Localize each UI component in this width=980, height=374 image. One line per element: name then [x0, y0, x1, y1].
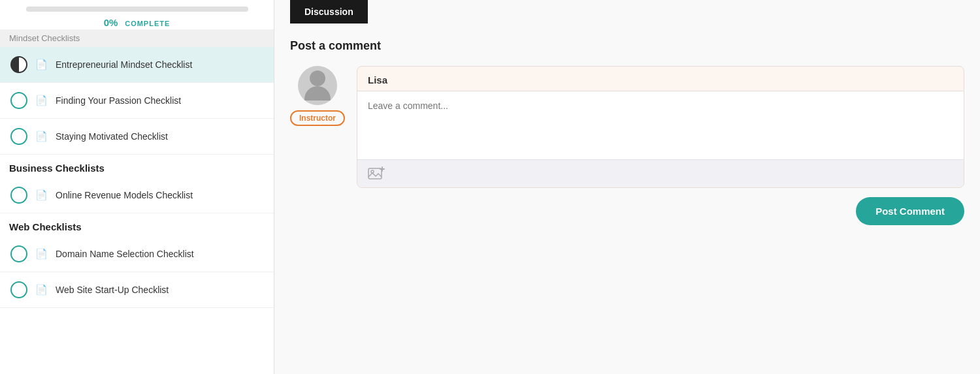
item-label-web-startup: Web Site Start-Up Checklist — [56, 285, 169, 295]
progress-complete-text: COMPLETE — [125, 20, 170, 27]
avatar-body — [304, 86, 331, 101]
avatar-head — [310, 70, 325, 86]
circle-icon-web-startup — [10, 281, 27, 298]
discussion-tab[interactable]: Discussion — [290, 0, 368, 23]
half-circle-icon — [10, 56, 27, 73]
main-content: Discussion Post a comment Instructor Lis… — [274, 0, 980, 374]
avatar — [298, 66, 337, 105]
item-label-entrepreneurial: Entrepreneurial Mindset Checklist — [56, 59, 192, 70]
post-comment-btn-container: Post Comment — [290, 197, 964, 225]
item-label-online-revenue: Online Revenue Models Checklist — [56, 190, 193, 200]
checklist-item-entrepreneurial[interactable]: 📄 Entrepreneurial Mindset Checklist — [0, 47, 274, 83]
checklist-item-web-startup[interactable]: 📄 Web Site Start-Up Checklist — [0, 272, 274, 308]
doc-icon: 📄 — [35, 59, 48, 70]
section-title-web: Web Checklists — [0, 213, 274, 236]
checklist-item-staying-motivated[interactable]: 📄 Staying Motivated Checklist — [0, 119, 274, 155]
checklist-item-domain-name[interactable]: 📄 Domain Name Selection Checklist — [0, 236, 274, 272]
comment-textarea[interactable] — [357, 91, 964, 157]
item-label-finding-passion: Finding Your Passion Checklist — [56, 95, 181, 106]
doc-icon-5: 📄 — [35, 248, 48, 260]
post-comment-button[interactable]: Post Comment — [856, 197, 964, 225]
post-comment-title: Post a comment — [290, 39, 964, 53]
instructor-badge: Instructor — [290, 110, 345, 126]
section-title-business: Business Checklists — [0, 155, 274, 178]
circle-icon-finding-passion — [10, 92, 27, 109]
comment-username: Lisa — [357, 67, 964, 91]
item-label-domain-name: Domain Name Selection Checklist — [56, 249, 194, 259]
circle-icon-domain-name — [10, 245, 27, 262]
comment-toolbar — [357, 159, 964, 187]
user-avatar-info: Instructor — [290, 66, 345, 126]
section-header-mindset: Mindset Checklists — [0, 29, 274, 47]
doc-icon-4: 📄 — [35, 189, 48, 201]
progress-label: 0% COMPLETE — [0, 14, 274, 29]
item-label-staying-motivated: Staying Motivated Checklist — [56, 131, 168, 142]
comment-textarea-wrapper — [357, 91, 964, 159]
doc-icon-2: 📄 — [35, 95, 48, 106]
checklist-item-online-revenue[interactable]: 📄 Online Revenue Models Checklist — [0, 178, 274, 213]
svg-rect-0 — [368, 168, 382, 179]
progress-bar-container — [0, 0, 274, 14]
circle-icon-staying-motivated — [10, 128, 27, 145]
image-add-icon[interactable] — [368, 166, 385, 181]
comment-box-wrapper: Lisa — [357, 66, 964, 188]
progress-bar-track — [26, 7, 248, 12]
progress-percent: 0% — [104, 17, 118, 28]
comment-area: Instructor Lisa — [290, 66, 964, 188]
doc-icon-6: 📄 — [35, 284, 48, 296]
sidebar: 0% COMPLETE Mindset Checklists 📄 Entrepr… — [0, 0, 274, 374]
circle-icon-online-revenue — [10, 187, 27, 204]
doc-icon-3: 📄 — [35, 131, 48, 142]
checklist-item-finding-passion[interactable]: 📄 Finding Your Passion Checklist — [0, 83, 274, 119]
